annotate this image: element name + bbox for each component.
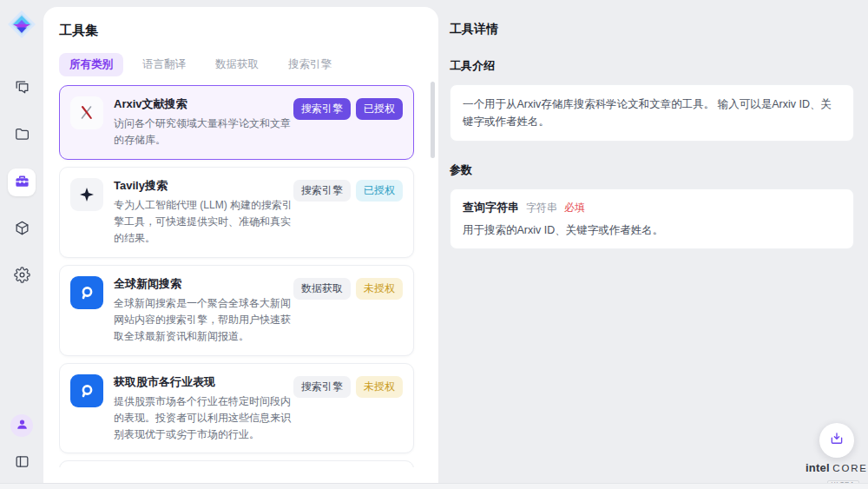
tool-name: Arxiv文献搜索: [114, 96, 293, 112]
param-required-badge: 必填: [564, 201, 585, 215]
tavily-star-icon: [70, 178, 103, 211]
detail-title: 工具详情: [450, 22, 854, 37]
user-avatar[interactable]: [10, 414, 33, 437]
download-button[interactable]: [819, 423, 854, 458]
tool-list: Arxiv文献搜索 访问各个研究领域大量科学论文和文章的存储库。 搜索引擎 已授…: [59, 85, 438, 467]
list-scrollbar[interactable]: [431, 82, 435, 158]
tool-card-global-news[interactable]: 全球新闻搜索 全球新闻搜索是一个聚合全球各大新闻网站内容的搜索引擎，帮助用户快速…: [59, 265, 414, 356]
tab-all-categories[interactable]: 所有类别: [59, 53, 123, 76]
news-search-icon: [70, 276, 103, 309]
folder-icon: [14, 126, 30, 146]
auth-badge: 未授权: [356, 278, 403, 300]
toolbox-panel: 工具集 所有类别 语言翻译 数据获取 搜索引擎 Arxiv文献搜索 访问各个研究…: [43, 7, 438, 483]
tool-card-arxiv[interactable]: Arxiv文献搜索 访问各个研究领域大量科学论文和文章的存储库。 搜索引擎 已授…: [59, 85, 414, 160]
arxiv-icon: [70, 96, 103, 129]
category-badge: 搜索引擎: [293, 98, 351, 120]
category-badge: 搜索引擎: [293, 180, 351, 202]
tool-card-active-stocks[interactable]: 获取市场最活跃股票信息 提供当天交易量最高的股票列表，投资者可以利用这些信息来识…: [59, 460, 414, 467]
cube-icon: [14, 220, 30, 240]
sidebar-item-toolbox[interactable]: [8, 169, 36, 196]
collapse-sidebar-button[interactable]: [8, 449, 36, 477]
user-icon: [16, 418, 29, 434]
sidebar-item-chat[interactable]: [8, 75, 36, 102]
sidebar-item-models[interactable]: [8, 215, 36, 243]
tool-card-tavily[interactable]: Tavily搜索 专为人工智能代理 (LLM) 构建的搜索引擎工具，可快速提供实…: [59, 167, 414, 258]
tab-search-engine[interactable]: 搜索引擎: [278, 53, 342, 76]
category-badge: 搜索引擎: [293, 376, 351, 398]
download-icon: [829, 431, 845, 450]
brand-core-text: core: [832, 463, 867, 473]
sidebar-item-settings[interactable]: [8, 262, 36, 290]
app-logo: [6, 9, 37, 40]
category-tabs: 所有类别 语言翻译 数据获取 搜索引擎: [59, 53, 438, 76]
tool-name: 获取股市各行业表现: [114, 374, 293, 390]
chat-icon: [14, 79, 30, 99]
tool-card-sector-performance[interactable]: 获取股市各行业表现 提供股票市场各个行业在特定时间段内的表现。投资者可以利用这些…: [59, 363, 414, 454]
window-bottom-strip: [0, 483, 868, 489]
news-search-icon: [70, 374, 103, 407]
tab-data-acquisition[interactable]: 数据获取: [205, 53, 269, 76]
intro-card: 一个用于从Arxiv存储库搜索科学论文和文章的工具。 输入可以是Arxiv ID…: [450, 84, 854, 142]
tool-name: Tavily搜索: [114, 178, 293, 194]
intro-text: 一个用于从Arxiv存储库搜索科学论文和文章的工具。 输入可以是Arxiv ID…: [463, 96, 841, 130]
auth-badge: 已授权: [356, 180, 403, 202]
auth-badge: 已授权: [356, 98, 403, 120]
param-name: 查询字符串: [463, 200, 519, 215]
params-heading: 参数: [450, 162, 854, 178]
tool-name: 全球新闻搜索: [114, 276, 293, 292]
brand-intel-text: intel: [806, 461, 830, 474]
tool-detail-panel: 工具详情 工具介绍 一个用于从Arxiv存储库搜索科学论文和文章的工具。 输入可…: [450, 0, 854, 249]
intro-heading: 工具介绍: [450, 58, 854, 74]
sidebar-rail: [0, 0, 43, 489]
tool-description: 访问各个研究领域大量科学论文和文章的存储库。: [114, 116, 293, 149]
param-card: 查询字符串 字符串 必填 用于搜索的Arxiv ID、关键字或作者姓名。: [450, 188, 854, 249]
category-badge: 数据获取: [293, 278, 351, 300]
tool-description: 提供股票市场各个行业在特定时间段内的表现。投资者可以利用这些信息来识别表现优于或…: [114, 393, 293, 443]
tab-language-translation[interactable]: 语言翻译: [132, 53, 196, 76]
param-type: 字符串: [526, 201, 557, 215]
tool-description: 全球新闻搜索是一个聚合全球各大新闻网站内容的搜索引擎，帮助用户快速获取全球最新资…: [114, 295, 293, 345]
auth-badge: 未授权: [356, 376, 403, 398]
tool-description: 专为人工智能代理 (LLM) 构建的搜索引擎工具，可快速提供实时、准确和真实的结…: [114, 197, 293, 247]
panel-toggle-icon: [14, 453, 30, 473]
toolbox-icon: [14, 173, 30, 193]
gear-icon: [14, 267, 30, 287]
page-title: 工具集: [59, 23, 438, 39]
sidebar-item-files[interactable]: [8, 122, 36, 149]
param-description: 用于搜索的Arxiv ID、关键字或作者姓名。: [463, 223, 841, 238]
